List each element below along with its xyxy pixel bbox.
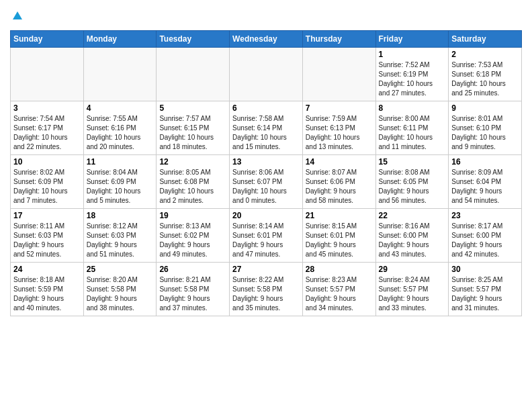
day-number: 2: [451, 50, 519, 59]
calendar-cell: 12Sunrise: 8:05 AM Sunset: 6:08 PM Dayli…: [157, 155, 230, 209]
calendar-cell: 1Sunrise: 7:52 AM Sunset: 6:19 PM Daylig…: [375, 48, 449, 101]
calendar-cell: 16Sunrise: 8:09 AM Sunset: 6:04 PM Dayli…: [449, 155, 522, 209]
logo-line: [10, 10, 24, 25]
calendar-cell: 18Sunrise: 8:12 AM Sunset: 6:03 PM Dayli…: [83, 209, 157, 263]
day-number: 18: [87, 211, 154, 220]
calendar-header-row: SundayMondayTuesdayWednesdayThursdayFrid…: [11, 31, 522, 48]
day-number: 15: [379, 157, 446, 167]
day-number: 14: [306, 157, 373, 167]
calendar-cell: 28Sunrise: 8:23 AM Sunset: 5:57 PM Dayli…: [302, 263, 375, 316]
calendar-cell: 4Sunrise: 7:55 AM Sunset: 6:16 PM Daylig…: [83, 101, 157, 155]
calendar-cell: 20Sunrise: 8:14 AM Sunset: 6:01 PM Dayli…: [230, 209, 303, 263]
calendar-cell: 22Sunrise: 8:16 AM Sunset: 6:00 PM Dayli…: [375, 209, 449, 263]
calendar-cell: 24Sunrise: 8:18 AM Sunset: 5:59 PM Dayli…: [11, 263, 84, 316]
day-info: Sunrise: 8:00 AM Sunset: 6:11 PM Dayligh…: [379, 114, 446, 152]
calendar-cell: 23Sunrise: 8:17 AM Sunset: 6:00 PM Dayli…: [449, 209, 522, 263]
day-info: Sunrise: 8:01 AM Sunset: 6:10 PM Dayligh…: [451, 114, 519, 152]
calendar-cell: 27Sunrise: 8:22 AM Sunset: 5:58 PM Dayli…: [230, 263, 303, 316]
calendar-cell: 25Sunrise: 8:20 AM Sunset: 5:58 PM Dayli…: [83, 263, 157, 316]
day-info: Sunrise: 8:18 AM Sunset: 5:59 PM Dayligh…: [13, 275, 81, 313]
calendar-header-wednesday: Wednesday: [230, 31, 303, 48]
calendar-cell: 17Sunrise: 8:11 AM Sunset: 6:03 PM Dayli…: [11, 209, 84, 263]
day-info: Sunrise: 7:52 AM Sunset: 6:19 PM Dayligh…: [379, 60, 446, 98]
day-info: Sunrise: 8:04 AM Sunset: 6:09 PM Dayligh…: [87, 168, 154, 205]
calendar-cell: 9Sunrise: 8:01 AM Sunset: 6:10 PM Daylig…: [449, 101, 522, 155]
day-info: Sunrise: 8:08 AM Sunset: 6:05 PM Dayligh…: [379, 168, 446, 205]
calendar-cell: 7Sunrise: 7:59 AM Sunset: 6:13 PM Daylig…: [302, 101, 375, 155]
day-number: 26: [159, 265, 226, 274]
calendar-cell: 29Sunrise: 8:24 AM Sunset: 5:57 PM Dayli…: [375, 263, 449, 316]
day-info: Sunrise: 7:53 AM Sunset: 6:18 PM Dayligh…: [451, 60, 519, 98]
day-info: Sunrise: 7:57 AM Sunset: 6:15 PM Dayligh…: [159, 114, 226, 152]
calendar-cell: 30Sunrise: 8:25 AM Sunset: 5:57 PM Dayli…: [449, 263, 522, 316]
calendar-header-saturday: Saturday: [449, 31, 522, 48]
day-number: 17: [13, 211, 81, 220]
calendar-cell: 6Sunrise: 7:58 AM Sunset: 6:14 PM Daylig…: [230, 101, 303, 155]
calendar-cell: [157, 48, 230, 101]
calendar-cell: 15Sunrise: 8:08 AM Sunset: 6:05 PM Dayli…: [375, 155, 449, 209]
day-info: Sunrise: 8:17 AM Sunset: 6:00 PM Dayligh…: [451, 222, 519, 259]
day-number: 19: [159, 211, 226, 220]
calendar-cell: 19Sunrise: 8:13 AM Sunset: 6:02 PM Dayli…: [157, 209, 230, 263]
day-number: 24: [13, 265, 81, 274]
calendar-header-tuesday: Tuesday: [157, 31, 230, 48]
calendar-cell: [230, 48, 303, 101]
calendar-cell: 8Sunrise: 8:00 AM Sunset: 6:11 PM Daylig…: [375, 101, 449, 155]
calendar-cell: [302, 48, 375, 101]
calendar-cell: [83, 48, 157, 101]
day-info: Sunrise: 7:54 AM Sunset: 6:17 PM Dayligh…: [13, 114, 81, 152]
header: [10, 7, 522, 25]
calendar-cell: 14Sunrise: 8:07 AM Sunset: 6:06 PM Dayli…: [302, 155, 375, 209]
calendar-cell: 3Sunrise: 7:54 AM Sunset: 6:17 PM Daylig…: [11, 101, 84, 155]
day-number: 16: [451, 157, 519, 167]
day-number: 25: [87, 265, 154, 274]
day-number: 30: [451, 265, 519, 274]
calendar-header-friday: Friday: [375, 31, 449, 48]
day-info: Sunrise: 8:06 AM Sunset: 6:07 PM Dayligh…: [232, 168, 300, 205]
day-info: Sunrise: 8:11 AM Sunset: 6:03 PM Dayligh…: [13, 222, 81, 259]
svg-marker-0: [13, 11, 22, 19]
calendar-header-thursday: Thursday: [302, 31, 375, 48]
day-info: Sunrise: 8:24 AM Sunset: 5:57 PM Dayligh…: [379, 275, 446, 313]
calendar-cell: 11Sunrise: 8:04 AM Sunset: 6:09 PM Dayli…: [83, 155, 157, 209]
day-info: Sunrise: 8:21 AM Sunset: 5:58 PM Dayligh…: [159, 275, 226, 313]
calendar-week-5: 24Sunrise: 8:18 AM Sunset: 5:59 PM Dayli…: [11, 263, 522, 316]
logo: [10, 10, 24, 25]
day-info: Sunrise: 8:05 AM Sunset: 6:08 PM Dayligh…: [159, 168, 226, 205]
day-info: Sunrise: 8:23 AM Sunset: 5:57 PM Dayligh…: [306, 275, 373, 313]
calendar-cell: 13Sunrise: 8:06 AM Sunset: 6:07 PM Dayli…: [230, 155, 303, 209]
calendar-header-sunday: Sunday: [11, 31, 84, 48]
calendar-cell: 2Sunrise: 7:53 AM Sunset: 6:18 PM Daylig…: [449, 48, 522, 101]
logo-icon: [11, 10, 24, 22]
day-number: 28: [306, 265, 373, 274]
day-info: Sunrise: 8:15 AM Sunset: 6:01 PM Dayligh…: [306, 222, 373, 259]
day-number: 5: [159, 103, 226, 113]
day-info: Sunrise: 8:20 AM Sunset: 5:58 PM Dayligh…: [87, 275, 154, 313]
day-info: Sunrise: 7:59 AM Sunset: 6:13 PM Dayligh…: [306, 114, 373, 152]
calendar-cell: 10Sunrise: 8:02 AM Sunset: 6:09 PM Dayli…: [11, 155, 84, 209]
calendar-cell: 21Sunrise: 8:15 AM Sunset: 6:01 PM Dayli…: [302, 209, 375, 263]
day-info: Sunrise: 8:12 AM Sunset: 6:03 PM Dayligh…: [87, 222, 154, 259]
day-info: Sunrise: 7:55 AM Sunset: 6:16 PM Dayligh…: [87, 114, 154, 152]
day-number: 4: [87, 103, 154, 113]
day-number: 9: [451, 103, 519, 113]
day-number: 23: [451, 211, 519, 220]
calendar-week-4: 17Sunrise: 8:11 AM Sunset: 6:03 PM Dayli…: [11, 209, 522, 263]
day-number: 6: [232, 103, 300, 113]
calendar-week-3: 10Sunrise: 8:02 AM Sunset: 6:09 PM Dayli…: [11, 155, 522, 209]
day-info: Sunrise: 8:16 AM Sunset: 6:00 PM Dayligh…: [379, 222, 446, 259]
day-info: Sunrise: 8:09 AM Sunset: 6:04 PM Dayligh…: [451, 168, 519, 205]
day-number: 20: [232, 211, 300, 220]
day-number: 11: [87, 157, 154, 167]
day-number: 12: [159, 157, 226, 167]
calendar-cell: 5Sunrise: 7:57 AM Sunset: 6:15 PM Daylig…: [157, 101, 230, 155]
day-info: Sunrise: 8:25 AM Sunset: 5:57 PM Dayligh…: [451, 275, 519, 313]
day-info: Sunrise: 8:22 AM Sunset: 5:58 PM Dayligh…: [232, 275, 300, 313]
calendar-cell: [11, 48, 84, 101]
day-number: 7: [306, 103, 373, 113]
calendar-week-1: 1Sunrise: 7:52 AM Sunset: 6:19 PM Daylig…: [11, 48, 522, 101]
day-number: 8: [379, 103, 446, 113]
page-container: SundayMondayTuesdayWednesdayThursdayFrid…: [0, 0, 532, 323]
day-info: Sunrise: 8:02 AM Sunset: 6:09 PM Dayligh…: [13, 168, 81, 205]
day-number: 3: [13, 103, 81, 113]
